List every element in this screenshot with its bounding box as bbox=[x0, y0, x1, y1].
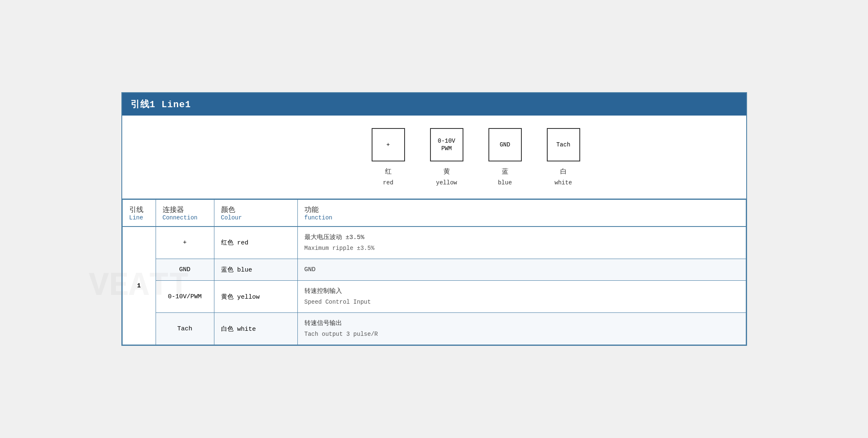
data-table: 引线 Line 连接器 Connection 颜色 Colour 功能 func… bbox=[122, 199, 746, 345]
pin-box-tach: Tach bbox=[547, 128, 580, 161]
table-row: 0-10V/PWM 黄色 yellow 转速控制输入 Speed Control… bbox=[122, 280, 746, 312]
diagram-inner: + 红 red 0-10V PWM 黄 yellow GND 蓝 blue Ta… bbox=[372, 128, 580, 186]
pin-label-en-tach: white bbox=[554, 179, 572, 186]
pin-box-gnd: GND bbox=[488, 128, 522, 161]
connection-pwm: 0-10V/PWM bbox=[156, 280, 214, 312]
line-number-cell: 1 VEATT bbox=[122, 227, 156, 345]
col-header-connection: 连接器 Connection bbox=[156, 199, 214, 227]
colour-blue: 蓝色 blue bbox=[214, 259, 297, 280]
pin-item-gnd: GND 蓝 blue bbox=[488, 128, 522, 186]
colour-white: 白色 white bbox=[214, 313, 297, 345]
col-header-line: 引线 Line bbox=[122, 199, 156, 227]
function-gnd: GND bbox=[297, 259, 746, 280]
diagram-section: + 红 red 0-10V PWM 黄 yellow GND 蓝 blue Ta… bbox=[122, 116, 746, 199]
colour-red: 红色 red bbox=[214, 227, 297, 259]
header-title: 引线1 Line1 bbox=[131, 100, 191, 110]
pin-item-plus: + 红 red bbox=[372, 128, 405, 186]
table-row: 1 VEATT + 红色 red 最大电压波动 ±3.5% Maximum ri… bbox=[122, 227, 746, 259]
table-row: GND 蓝色 blue GND bbox=[122, 259, 746, 280]
function-pwm: 转速控制输入 Speed Control Input bbox=[297, 280, 746, 312]
connection-gnd: GND bbox=[156, 259, 214, 280]
pin-label-en-gnd: blue bbox=[498, 179, 512, 186]
line-number: 1 bbox=[137, 282, 141, 289]
pin-label-en-pwm: yellow bbox=[436, 179, 457, 186]
pin-label-cn-pwm: 黄 bbox=[443, 167, 450, 176]
table-header-row: 引线 Line 连接器 Connection 颜色 Colour 功能 func… bbox=[122, 199, 746, 227]
function-red: 最大电压波动 ±3.5% Maximum ripple ±3.5% bbox=[297, 227, 746, 259]
pin-label-cn-gnd: 蓝 bbox=[502, 167, 508, 176]
col-header-function: 功能 function bbox=[297, 199, 746, 227]
function-tach: 转速信号输出 Tach output 3 pulse/R bbox=[297, 313, 746, 345]
connection-tach: Tach bbox=[156, 313, 214, 345]
colour-yellow: 黄色 yellow bbox=[214, 280, 297, 312]
pin-box-pwm: 0-10V PWM bbox=[430, 128, 463, 161]
pin-label-en-plus: red bbox=[383, 179, 393, 186]
table-header: 引线1 Line1 bbox=[122, 93, 746, 116]
table-row: Tach 白色 white 转速信号输出 Tach output 3 pulse… bbox=[122, 313, 746, 345]
pin-label-cn-tach: 白 bbox=[560, 167, 567, 176]
pin-label-cn-plus: 红 bbox=[385, 167, 392, 176]
pin-box-plus: + bbox=[372, 128, 405, 161]
col-header-colour: 颜色 Colour bbox=[214, 199, 297, 227]
pin-item-pwm: 0-10V PWM 黄 yellow bbox=[430, 128, 463, 186]
main-container: 引线1 Line1 + 红 red 0-10V PWM 黄 yellow GND… bbox=[121, 92, 747, 346]
pin-item-tach: Tach 白 white bbox=[547, 128, 580, 186]
connection-plus: + bbox=[156, 227, 214, 259]
